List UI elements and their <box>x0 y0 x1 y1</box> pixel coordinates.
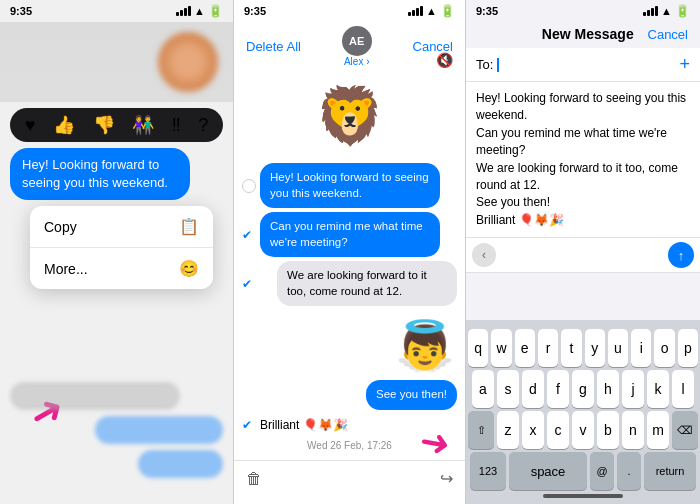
keyboard-row-3: ⇧ z x c v b n m ⌫ <box>468 411 698 449</box>
key-w[interactable]: w <box>491 329 511 367</box>
message-compose-area[interactable]: Hey! Looking forward to seeing you this … <box>466 82 700 238</box>
keyboard-row-1: q w e r t y u i o p <box>468 329 698 367</box>
delete-all-button[interactable]: Delete All <box>246 39 301 54</box>
copy-menu-item[interactable]: Copy 📋 <box>30 206 213 248</box>
panel2-bottom-bar: 🗑 ↪ <box>234 460 465 504</box>
check-icon: ✔ <box>242 418 256 432</box>
keyboard-row-4: 123 space @ . return <box>470 452 696 490</box>
key-a[interactable]: a <box>472 370 494 408</box>
contact-header[interactable]: AE Alex › <box>342 26 372 67</box>
key-y[interactable]: y <box>585 329 605 367</box>
copy-label: Copy <box>44 219 77 235</box>
p3-battery-icon: 🔋 <box>675 4 690 18</box>
thumbsdown-reaction[interactable]: 👎 <box>93 114 115 136</box>
trash-icon[interactable]: 🗑 <box>246 470 262 488</box>
collapse-button[interactable]: ‹ <box>472 243 496 267</box>
key-m[interactable]: m <box>647 411 669 449</box>
panel3-cancel-button[interactable]: Cancel <box>648 27 688 42</box>
key-e[interactable]: e <box>515 329 535 367</box>
numbers-key[interactable]: 123 <box>470 452 506 490</box>
shift-key[interactable]: ⇧ <box>468 411 494 449</box>
copy-icon: 📋 <box>179 217 199 236</box>
key-l[interactable]: l <box>672 370 694 408</box>
message-bubble: Hey! Looking forward to seeing you this … <box>10 148 190 200</box>
add-recipient-button[interactable]: + <box>679 54 690 75</box>
contact-name[interactable]: Alex › <box>344 56 370 67</box>
p3-signal-bars-icon <box>643 6 658 16</box>
p2-battery-icon: 🔋 <box>440 4 455 18</box>
panel2-conversation: 9:35 ▲ 🔋 Delete All AE Alex › Cancel 🔇 🦁 <box>233 0 466 504</box>
at-key[interactable]: @ <box>590 452 614 490</box>
signal-bars-icon <box>176 6 191 16</box>
key-q[interactable]: q <box>468 329 488 367</box>
key-c[interactable]: c <box>547 411 569 449</box>
text-cursor <box>497 58 499 72</box>
thumbsup-reaction[interactable]: 👍 <box>53 114 75 136</box>
sent-bubble-seeyou: See you then! <box>366 380 457 410</box>
mute-icon: 🔇 <box>436 52 453 68</box>
keyboard[interactable]: q w e r t y u i o p a s d f g h j k l ⇧ … <box>466 320 700 504</box>
key-g[interactable]: g <box>572 370 594 408</box>
key-s[interactable]: s <box>497 370 519 408</box>
more-label: More... <box>44 261 88 277</box>
panel3-status-icons: ▲ 🔋 <box>643 4 690 18</box>
key-u[interactable]: u <box>608 329 628 367</box>
message-row: ✔ Can you remind me what time we're meet… <box>242 212 457 257</box>
key-v[interactable]: v <box>572 411 594 449</box>
keyboard-row-2: a s d f g h j k l <box>468 370 698 408</box>
angel-sticker: 👼 <box>234 314 465 378</box>
message-row: ✔ We are looking forward to it too, come… <box>242 261 457 306</box>
select-circle[interactable] <box>242 179 256 193</box>
key-d[interactable]: d <box>522 370 544 408</box>
panel1-messages-context: 9:35 ▲ 🔋 ♥ 👍 👎 👫 ‼ ? Hey! Looking forwar… <box>0 0 233 504</box>
delete-key[interactable]: ⌫ <box>672 411 698 449</box>
key-n[interactable]: n <box>622 411 644 449</box>
p3-wifi-icon: ▲ <box>661 5 672 17</box>
check-icon: ✔ <box>242 228 256 242</box>
key-z[interactable]: z <box>497 411 519 449</box>
key-x[interactable]: x <box>522 411 544 449</box>
space-key[interactable]: space <box>509 452 587 490</box>
battery-icon: 🔋 <box>208 4 223 18</box>
panel1-time: 9:35 <box>10 5 32 17</box>
key-r[interactable]: r <box>538 329 558 367</box>
more-menu-item[interactable]: More... 😊 <box>30 248 213 289</box>
panel2-status-icons: ▲ 🔋 <box>408 4 455 18</box>
composed-message-text: Hey! Looking forward to seeing you this … <box>476 91 686 227</box>
wifi-icon: ▲ <box>194 5 205 17</box>
key-k[interactable]: k <box>647 370 669 408</box>
p2-signal-bars-icon <box>408 6 423 16</box>
panel1-status-bar: 9:35 ▲ 🔋 <box>0 0 233 22</box>
key-j[interactable]: j <box>622 370 644 408</box>
key-p[interactable]: p <box>678 329 698 367</box>
key-h[interactable]: h <box>597 370 619 408</box>
key-t[interactable]: t <box>561 329 581 367</box>
reaction-bar[interactable]: ♥ 👍 👎 👫 ‼ ? <box>10 108 223 142</box>
home-bar <box>543 494 623 498</box>
more-icon: 😊 <box>179 259 199 278</box>
lion-sticker: 🦁 <box>234 73 465 155</box>
send-button[interactable]: ↑ <box>668 242 694 268</box>
panel1-blur-area <box>0 22 233 102</box>
messages-list: Hey! Looking forward to seeing you this … <box>234 155 465 314</box>
exclaim-reaction[interactable]: ‼ <box>172 115 181 136</box>
panel3-status-bar: 9:35 ▲ 🔋 <box>466 0 700 22</box>
message-row: Hey! Looking forward to seeing you this … <box>242 163 457 208</box>
return-key[interactable]: return <box>644 452 696 490</box>
panel1-status-icons: ▲ 🔋 <box>176 4 223 18</box>
key-f[interactable]: f <box>547 370 569 408</box>
panel2-nav: Delete All AE Alex › Cancel <box>234 22 465 73</box>
question-reaction[interactable]: ? <box>198 115 208 136</box>
forward-icon[interactable]: ↪ <box>440 469 453 488</box>
panel1-bottom-blurs <box>0 376 233 484</box>
to-field-row[interactable]: To: + <box>466 48 700 82</box>
key-i[interactable]: i <box>631 329 651 367</box>
people-reaction[interactable]: 👫 <box>132 114 154 136</box>
panel2-status-bar: 9:35 ▲ 🔋 <box>234 0 465 22</box>
key-o[interactable]: o <box>654 329 674 367</box>
received-bubble-1: We are looking forward to it too, come r… <box>277 261 457 306</box>
dot-key[interactable]: . <box>617 452 641 490</box>
key-b[interactable]: b <box>597 411 619 449</box>
heart-reaction[interactable]: ♥ <box>25 115 36 136</box>
to-label: To: <box>476 57 493 72</box>
